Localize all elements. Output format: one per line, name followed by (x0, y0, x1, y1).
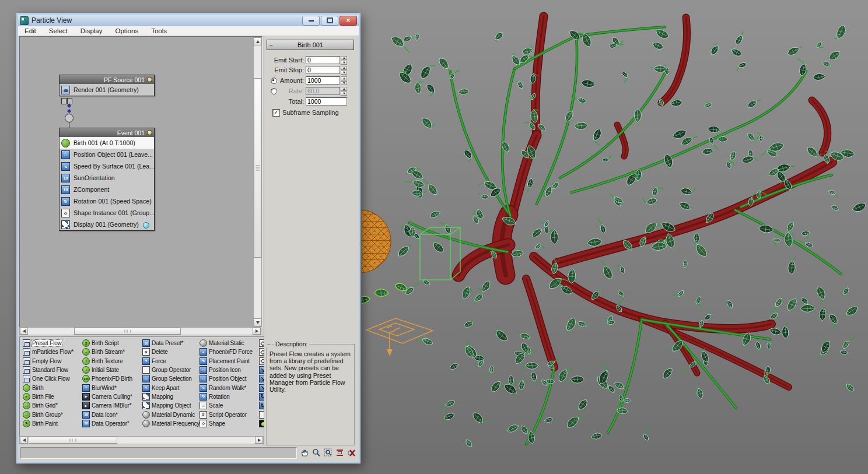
depot-item[interactable]: Group Operator (142, 366, 201, 374)
collapse-icon[interactable]: – (266, 341, 272, 347)
depot-item[interactable]: □Position Icon (199, 366, 258, 374)
minimize-button[interactable] (302, 16, 320, 26)
depot-item[interactable]: □Birth Group* (22, 410, 81, 419)
rate-spinner[interactable] (341, 87, 347, 95)
depot-item[interactable]: ↖Keep Apart (142, 383, 201, 392)
depot-item[interactable]: 10Data Preset* (142, 339, 201, 347)
depot-item[interactable]: ▼Force (142, 357, 201, 366)
depot-item[interactable]: ↻Rotation (199, 392, 258, 401)
birth-rollout-header[interactable]: – Birth 001 (267, 40, 354, 50)
pf-source-icon[interactable] (366, 318, 433, 356)
node-operator-row[interactable]: 10 SunOrientation (60, 172, 154, 184)
depot-item[interactable]: 10Data Operator* (82, 419, 141, 428)
emit-start-field[interactable] (306, 56, 340, 64)
menu-item[interactable]: Options (109, 26, 145, 36)
menu-item[interactable]: Edit (18, 26, 43, 36)
close-button[interactable]: ✕ (340, 16, 357, 26)
event-node[interactable]: Event 001 Birth 001 (At 0 T:1000) □ (59, 128, 155, 231)
pan-tool-icon[interactable] (299, 447, 310, 458)
hscroll-thumb[interactable] (29, 437, 117, 444)
scroll-down-arrow[interactable] (254, 318, 261, 326)
depot-item[interactable]: ~Birth Stream* (82, 347, 141, 356)
depot-item[interactable]: *BlurWind* (82, 383, 141, 392)
amount-field[interactable] (306, 76, 340, 85)
depot-item[interactable]: ∷Birth Grid* (22, 401, 81, 410)
depot-item[interactable]: ✎Placement Paint (199, 357, 258, 366)
depot-item[interactable]: Mapping Object (142, 401, 201, 410)
depot-item[interactable]: Standard Flow (22, 366, 81, 374)
event-input-connector[interactable] (65, 114, 74, 122)
scroll-left-arrow[interactable] (20, 328, 28, 335)
node-operator-row[interactable]: Display 001 (Geometry) (60, 219, 154, 230)
depot-item[interactable]: ▶Camera Culling* (82, 392, 141, 401)
emit-start-spinner[interactable] (341, 56, 347, 64)
source-output-connector[interactable] (61, 98, 66, 104)
pf-source-node[interactable]: PF Source 001 Render 001 (Geometry) (59, 75, 155, 96)
depot-item[interactable]: ↘Random Walk* (199, 383, 258, 392)
depot-item[interactable]: Empty Flow (22, 357, 81, 366)
scroll-right-arrow[interactable] (253, 328, 261, 335)
event-node-title[interactable]: Event 001 (60, 128, 154, 137)
depot-item[interactable]: SBirth Script (82, 339, 141, 347)
depot-hscrollbar[interactable] (19, 436, 264, 444)
orange-sphere[interactable] (362, 210, 391, 273)
depot-item[interactable]: ∷Group Selection (142, 374, 201, 383)
rate-radio[interactable] (271, 88, 277, 94)
depot-item[interactable]: One Click Flow (22, 374, 81, 383)
menu-item[interactable]: Tools (145, 26, 173, 36)
node-operator-row[interactable]: Render 001 (Geometry) (60, 84, 154, 96)
depot-item[interactable]: ✕Delete (142, 347, 201, 356)
rate-field[interactable] (306, 87, 340, 95)
depot-item[interactable]: Material Static (199, 339, 258, 347)
no-zoom-tool-icon[interactable] (346, 447, 356, 458)
node-operator-row[interactable]: ↘ Speed By Surface 001 (Lea... (60, 160, 154, 172)
depot-item[interactable]: SScript Operator (199, 410, 258, 419)
depot-item[interactable]: ≈PhoenixFD Force (199, 347, 258, 356)
maximize-button[interactable] (321, 16, 338, 26)
source-output-connector[interactable] (67, 98, 72, 104)
node-operator-row[interactable]: 10 ZComponent (60, 184, 154, 195)
depot-item[interactable]: Preset Flow (22, 339, 81, 347)
depot-item[interactable]: □Position Object (199, 374, 258, 383)
depot-item[interactable]: TBirth Texture (82, 357, 141, 366)
zoom-tool-icon[interactable] (311, 447, 321, 458)
menu-item[interactable]: Select (43, 26, 74, 36)
emit-stop-spinner[interactable] (341, 66, 347, 74)
scroll-up-arrow[interactable] (254, 37, 261, 45)
canvas-vscrollbar[interactable] (253, 37, 262, 327)
node-operator-row[interactable]: ◇ Shape Instance 001 (Group... (60, 207, 154, 219)
amount-spinner[interactable] (341, 76, 347, 85)
depot-item[interactable]: Material Frequency (142, 419, 201, 428)
enable-bulb-icon[interactable] (147, 77, 152, 82)
depot-item[interactable]: IInitial State (82, 366, 141, 374)
depot-item[interactable]: ✎Birth Paint (22, 419, 81, 428)
collapse-icon[interactable]: – (270, 41, 273, 48)
node-operator-row[interactable]: Birth 001 (At 0 T:1000) (60, 137, 154, 149)
hscroll-thumb[interactable] (74, 328, 181, 335)
vscroll-thumb[interactable] (254, 78, 261, 258)
emit-stop-field[interactable] (306, 66, 340, 74)
depot-item[interactable]: ◇Shape (199, 419, 258, 428)
depot-item[interactable]: mParticles Flow* (22, 347, 81, 356)
depot-item[interactable]: □Scale (199, 401, 258, 410)
subframe-checkbox[interactable]: ✓ (272, 109, 280, 117)
zoom-extents-tool-icon[interactable] (334, 447, 345, 458)
depot-item[interactable]: Material Dynamic (142, 410, 201, 419)
depot-item[interactable]: Birth (22, 383, 81, 392)
region-zoom-tool-icon[interactable] (323, 447, 333, 458)
depot-item[interactable]: 10Data Icon* (82, 410, 141, 419)
canvas-hscrollbar[interactable] (19, 327, 261, 335)
menu-item[interactable]: Display (74, 26, 109, 36)
depot-item[interactable]: ▸Birth File (22, 392, 81, 401)
event-display-canvas[interactable]: PF Source 001 Render 001 (Geometry) (19, 36, 262, 328)
amount-radio[interactable] (271, 78, 277, 84)
depot-item[interactable]: FDPhoenixFD Birth (82, 374, 141, 383)
node-operator-row[interactable]: □ Position Object 001 (Leave... (60, 149, 154, 160)
display-color-dot[interactable] (143, 222, 149, 229)
total-field[interactable] (306, 97, 347, 106)
enable-bulb-icon[interactable] (147, 130, 152, 135)
scroll-right-arrow[interactable] (255, 437, 263, 444)
pf-source-node-title[interactable]: PF Source 001 (60, 75, 154, 84)
leaf-shapes[interactable] (362, 282, 408, 304)
depot-item[interactable]: Mapping (142, 392, 201, 401)
